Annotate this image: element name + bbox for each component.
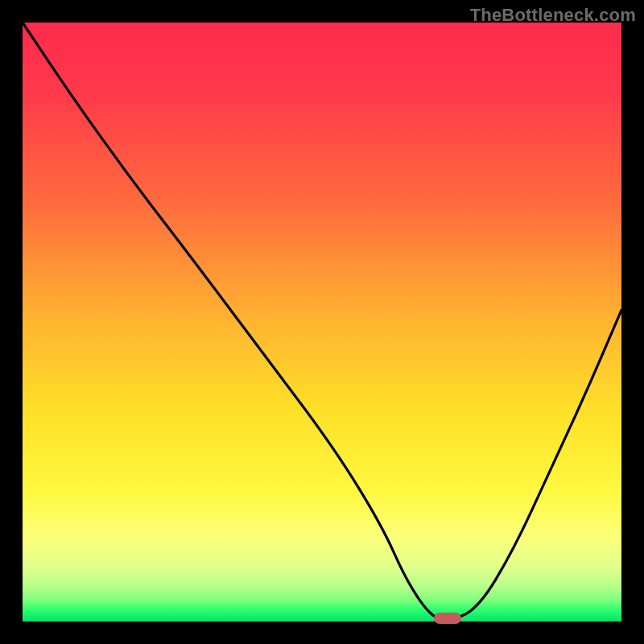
optimum-marker: [434, 613, 461, 624]
bottleneck-curve: [23, 23, 621, 621]
plot-area: [23, 23, 621, 621]
chart-canvas: TheBottleneck.com: [0, 0, 644, 644]
